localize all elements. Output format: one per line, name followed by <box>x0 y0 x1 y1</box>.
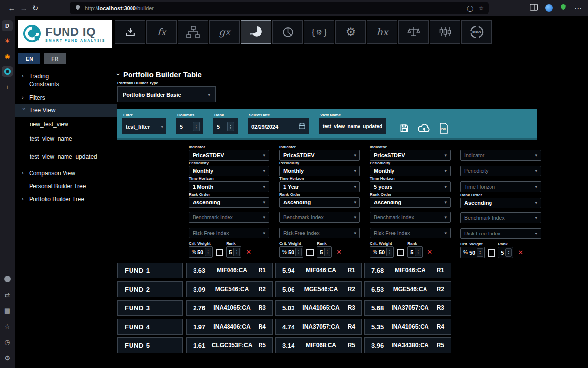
bookmarks-star-icon[interactable]: ☆ <box>2 321 13 332</box>
stepper-icon[interactable]: ▴▾ <box>193 122 200 131</box>
stepper-icon[interactable]: ▴▾ <box>205 248 211 256</box>
rank-order-select[interactable]: Ascending▾ <box>189 197 269 208</box>
hierarchy-icon[interactable] <box>178 20 208 44</box>
risk-free-index-select[interactable]: Risk Free Index▾ <box>370 228 451 238</box>
sidebar-item-filters[interactable]: › Filters <box>15 91 117 104</box>
benchmark-index-select[interactable]: Benchmark Index▾ <box>189 212 269 223</box>
crit-weight-input[interactable]: %50▴▾ <box>279 246 303 258</box>
sync-icon[interactable]: ⇄ <box>2 289 13 300</box>
pdf-export-icon[interactable]: PDF <box>439 123 449 135</box>
remove-column-icon[interactable]: ✕ <box>246 248 251 256</box>
stepper-icon[interactable]: ▴▾ <box>386 248 392 256</box>
sidebar-item-test-view-name-updated[interactable]: test_view_name_updated <box>15 146 117 167</box>
rank-input[interactable]: 5▴▾ <box>226 246 241 258</box>
lang-en-button[interactable]: EN <box>18 53 40 64</box>
rank-input[interactable]: 5▴▾ <box>317 246 332 258</box>
stepper-icon[interactable]: ▴▾ <box>295 248 302 256</box>
rrg-icon[interactable]: RRG <box>461 20 492 44</box>
sidebar-item-comparison-view[interactable]: › Comparison View <box>15 167 117 180</box>
stepper-icon[interactable]: ▴▾ <box>477 248 483 257</box>
url-bar[interactable]: http://localhost:3000/builder ◯ ☆ <box>70 2 489 14</box>
crit-weight-input[interactable]: %50▴▾ <box>189 246 213 258</box>
fx-icon[interactable]: fx <box>146 20 177 44</box>
hx-icon[interactable]: hx <box>367 20 397 44</box>
sidebar-item-personal-builder-tree[interactable]: Personal Builder Tree <box>15 180 117 193</box>
indicator-select[interactable]: PriceSTDEV▾ <box>189 150 269 161</box>
columns-input[interactable]: 5 ▴▾ <box>176 118 203 134</box>
settings-gear-icon[interactable]: ⚙ <box>2 352 13 363</box>
risk-free-index-select[interactable]: Risk Free Index▾ <box>460 228 541 239</box>
gx-icon[interactable]: gx <box>209 20 240 44</box>
rank-order-select[interactable]: Ascending▾ <box>460 198 541 208</box>
doughnut-chart-icon[interactable] <box>272 20 303 44</box>
benchmark-index-select[interactable]: Benchmark Index▾ <box>370 212 451 223</box>
sidebar-item-new-test-view[interactable]: new_test_view <box>15 117 117 132</box>
rank-order-select[interactable]: Ascending▾ <box>370 197 451 208</box>
benchmark-index-select[interactable]: Benchmark Index▾ <box>279 212 360 223</box>
sidebar-toggle-icon[interactable] <box>530 4 538 13</box>
gear-icon[interactable]: ⚙ <box>335 20 366 44</box>
scales-icon[interactable] <box>398 20 429 44</box>
back-icon[interactable]: ← <box>6 4 18 12</box>
sidebar-item-trading-constraints[interactable]: › Trading Constraints <box>15 70 117 91</box>
remove-column-icon[interactable]: ✕ <box>427 248 432 256</box>
reload-icon[interactable]: ↻ <box>30 4 41 13</box>
stepper-icon[interactable]: ▴▾ <box>233 248 240 256</box>
time-horizon-select[interactable]: 1 Month▾ <box>189 181 269 192</box>
periodicity-select[interactable]: Monthly▾ <box>370 166 451 176</box>
rank-input[interactable]: 5 ▴▾ <box>213 118 238 134</box>
calendar-icon[interactable] <box>298 122 306 131</box>
periodicity-select[interactable]: Monthly▾ <box>189 166 269 176</box>
history-icon[interactable]: ◷ <box>2 336 13 347</box>
candlestick-icon[interactable] <box>430 20 460 44</box>
criteria-checkbox[interactable] <box>488 249 495 257</box>
extension-icon[interactable] <box>545 4 553 12</box>
view-name-input[interactable]: test_view_name_updated <box>319 118 386 134</box>
indicator-select[interactable]: PriceSTDEV▾ <box>279 150 360 161</box>
gear-braces-icon[interactable]: {⚙} <box>304 20 334 44</box>
collapse-chevron-icon[interactable]: › <box>115 73 122 75</box>
download-icon[interactable] <box>115 20 145 44</box>
adblock-shield-icon[interactable] <box>560 3 567 13</box>
benchmark-index-select[interactable]: Benchmark Index▾ <box>460 212 541 223</box>
bookmark-star-icon[interactable]: ☆ <box>478 5 484 12</box>
criteria-checkbox[interactable] <box>216 249 223 256</box>
time-horizon-select[interactable]: Time Horizon▾ <box>460 181 541 192</box>
sidebar-item-tree-view[interactable]: › Tree View <box>15 104 117 117</box>
panel-icon[interactable]: ▤ <box>2 305 13 316</box>
cloud-upload-icon[interactable] <box>418 123 430 135</box>
stepper-icon[interactable]: ▴▾ <box>505 248 512 257</box>
stepper-icon[interactable]: ▴▾ <box>324 248 330 256</box>
periodicity-select[interactable]: Periodicity▾ <box>460 166 541 176</box>
stepper-icon[interactable]: ▴▾ <box>227 122 234 131</box>
time-horizon-select[interactable]: 1 Year▾ <box>279 181 360 192</box>
remove-column-icon[interactable]: ✕ <box>336 248 342 256</box>
builder-type-select[interactable]: Portfolio Builder Basic ▾ <box>117 86 216 102</box>
sidebar-item-test-view-name[interactable]: test_view_name <box>15 132 117 146</box>
time-horizon-select[interactable]: 5 years▾ <box>370 181 451 192</box>
new-tab-icon[interactable]: + <box>2 81 13 92</box>
indicator-select[interactable]: PriceSTDEV▾ <box>370 150 451 161</box>
crit-weight-input[interactable]: %50▴▾ <box>460 247 485 258</box>
remove-column-icon[interactable]: ✕ <box>518 249 523 256</box>
profile-icon[interactable] <box>2 273 13 284</box>
rank-input[interactable]: 5▴▾ <box>498 247 513 258</box>
workspace-tab[interactable]: D <box>2 20 13 31</box>
firefox-tab-icon[interactable]: ✶ <box>2 35 13 46</box>
crit-weight-input[interactable]: %50▴▾ <box>370 246 394 258</box>
permissions-icon[interactable]: ◯ <box>467 5 473 12</box>
risk-free-index-select[interactable]: Risk Free Index▾ <box>189 228 269 238</box>
forward-icon[interactable]: → <box>18 4 30 12</box>
periodicity-select[interactable]: Monthly▾ <box>279 166 360 176</box>
filter-select[interactable]: test_filter ▾ <box>122 118 166 134</box>
rank-order-select[interactable]: Ascending▾ <box>279 197 360 208</box>
criteria-checkbox[interactable] <box>397 249 404 256</box>
risk-free-index-select[interactable]: Risk Free Index▾ <box>279 228 360 238</box>
pie-chart-icon[interactable] <box>241 20 271 44</box>
stepper-icon[interactable]: ▴▾ <box>415 248 421 256</box>
rank-input[interactable]: 5▴▾ <box>407 246 423 258</box>
indicator-select[interactable]: Indicator▾ <box>460 150 541 161</box>
menu-icon[interactable]: ⋯ <box>574 4 582 13</box>
date-input[interactable]: 02/29/2024 <box>248 118 309 134</box>
save-icon[interactable] <box>399 123 409 135</box>
